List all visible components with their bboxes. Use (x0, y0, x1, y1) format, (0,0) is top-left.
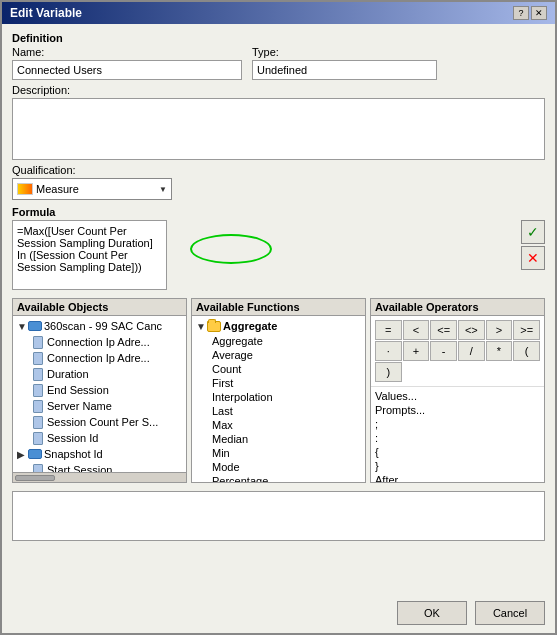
three-panels: Available Objects ▼ 360scan - 99 SAC Can… (12, 298, 545, 483)
available-objects-panel: Available Objects ▼ 360scan - 99 SAC Can… (12, 298, 187, 483)
list-item[interactable]: } (375, 459, 540, 473)
list-item[interactable]: Prompts... (375, 403, 540, 417)
expand-icon: ▼ (17, 321, 27, 332)
op-lte[interactable]: <= (430, 320, 457, 340)
name-label: Name: (12, 46, 242, 58)
qualification-icon (17, 183, 33, 195)
list-item[interactable]: Interpolation (194, 390, 363, 404)
definition-label: Definition (12, 32, 545, 44)
doc-icon (31, 351, 45, 365)
op-gt[interactable]: > (486, 320, 513, 340)
object-label: End Session (47, 384, 109, 396)
objects-panel-content[interactable]: ▼ 360scan - 99 SAC Canc Connection Ip Ad… (13, 316, 186, 472)
type-label: Type: (252, 46, 437, 58)
list-item[interactable]: Last (194, 404, 363, 418)
type-group: Type: (252, 46, 437, 80)
type-input[interactable] (252, 60, 437, 80)
object-label: Snapshot Id (44, 448, 103, 460)
doc-icon (31, 399, 45, 413)
formula-highlight-circle (190, 234, 272, 264)
doc-icon (31, 383, 45, 397)
op-multiply[interactable]: * (486, 341, 513, 361)
list-item[interactable]: Max (194, 418, 363, 432)
formula-textarea[interactable]: =Max([User Count Per Session Sampling Du… (12, 220, 167, 290)
op-plus[interactable]: + (403, 341, 430, 361)
list-item[interactable]: Duration (15, 366, 184, 382)
list-item[interactable]: ▼ Aggregate (194, 318, 363, 334)
h-scrollbar[interactable] (13, 472, 186, 482)
object-label: Connection Ip Adre... (47, 336, 150, 348)
definition-section: Definition Name: Type: Description: Qu (12, 32, 545, 200)
dialog-body: Definition Name: Type: Description: Qu (2, 24, 555, 593)
op-ne[interactable]: <> (458, 320, 485, 340)
list-item[interactable]: ▼ 360scan - 99 SAC Canc (15, 318, 184, 334)
help-button[interactable]: ? (513, 6, 529, 20)
formula-cancel-button[interactable]: ✕ (521, 246, 545, 270)
qualification-dropdown[interactable]: Measure (12, 178, 172, 200)
formula-buttons: ✓ ✕ (521, 220, 545, 270)
doc-icon (31, 367, 45, 381)
list-item[interactable]: Server Name (15, 398, 184, 414)
doc-icon (31, 431, 45, 445)
operators-values-list[interactable]: Values... Prompts... ; : { } After All A… (371, 386, 544, 482)
list-item[interactable]: Min (194, 446, 363, 460)
ok-button[interactable]: OK (397, 601, 467, 625)
list-item[interactable]: Session Count Per S... (15, 414, 184, 430)
operators-grid: = < <= <> > >= · + - / * ( ) (373, 318, 542, 384)
op-minus[interactable]: - (430, 341, 457, 361)
list-item[interactable]: Connection Ip Adre... (15, 334, 184, 350)
list-item[interactable]: Count (194, 362, 363, 376)
qualification-value: Measure (36, 183, 167, 195)
list-item[interactable]: ; (375, 417, 540, 431)
formula-ok-button[interactable]: ✓ (521, 220, 545, 244)
cancel-button[interactable]: Cancel (475, 601, 545, 625)
doc-icon (31, 463, 45, 472)
op-divide[interactable]: / (458, 341, 485, 361)
close-button[interactable]: ✕ (531, 6, 547, 20)
list-item[interactable]: : (375, 431, 540, 445)
list-item[interactable]: Values... (375, 389, 540, 403)
op-open-paren[interactable]: ( (513, 341, 540, 361)
op-lt[interactable]: < (403, 320, 430, 340)
object-label: Session Count Per S... (47, 416, 158, 428)
title-bar: Edit Variable ? ✕ (2, 2, 555, 24)
list-item[interactable]: Mode (194, 460, 363, 474)
description-textarea[interactable] (12, 98, 545, 160)
object-label: Session Id (47, 432, 98, 444)
list-item[interactable]: Percentage (194, 474, 363, 482)
list-item[interactable]: Aggregate (194, 334, 363, 348)
list-item[interactable]: After (375, 473, 540, 482)
available-functions-panel: Available Functions ▼ Aggregate Aggregat… (191, 298, 366, 483)
list-item[interactable]: ▶ Snapshot Id (15, 446, 184, 462)
list-item[interactable]: Start Session (15, 462, 184, 472)
dialog-footer: OK Cancel (2, 593, 555, 633)
name-type-row: Name: Type: (12, 46, 545, 80)
db-icon (28, 319, 42, 333)
doc-icon (31, 415, 45, 429)
object-label: 360scan - 99 SAC Canc (44, 320, 162, 332)
available-operators-panel: Available Operators = < <= <> > >= · + -… (370, 298, 545, 483)
expand-icon: ▼ (196, 321, 206, 332)
list-item[interactable]: First (194, 376, 363, 390)
op-gte[interactable]: >= (513, 320, 540, 340)
qualification-label: Qualification: (12, 164, 545, 176)
dialog-title: Edit Variable (10, 6, 82, 20)
op-equals[interactable]: = (375, 320, 402, 340)
list-item[interactable]: Connection Ip Adre... (15, 350, 184, 366)
list-item[interactable]: End Session (15, 382, 184, 398)
object-label: Duration (47, 368, 89, 380)
op-dot[interactable]: · (375, 341, 402, 361)
title-bar-controls: ? ✕ (513, 6, 547, 20)
list-item[interactable]: Average (194, 348, 363, 362)
list-item[interactable]: Session Id (15, 430, 184, 446)
operators-panel-header: Available Operators (371, 299, 544, 316)
description-group: Description: (12, 84, 545, 160)
op-close-paren[interactable]: ) (375, 362, 402, 382)
object-label: Start Session (47, 464, 112, 472)
functions-panel-content[interactable]: ▼ Aggregate Aggregate Average Count Firs… (192, 316, 365, 482)
list-item[interactable]: { (375, 445, 540, 459)
edit-variable-dialog: Edit Variable ? ✕ Definition Name: Type: (0, 0, 557, 635)
name-group: Name: (12, 46, 242, 80)
list-item[interactable]: Median (194, 432, 363, 446)
name-input[interactable] (12, 60, 242, 80)
